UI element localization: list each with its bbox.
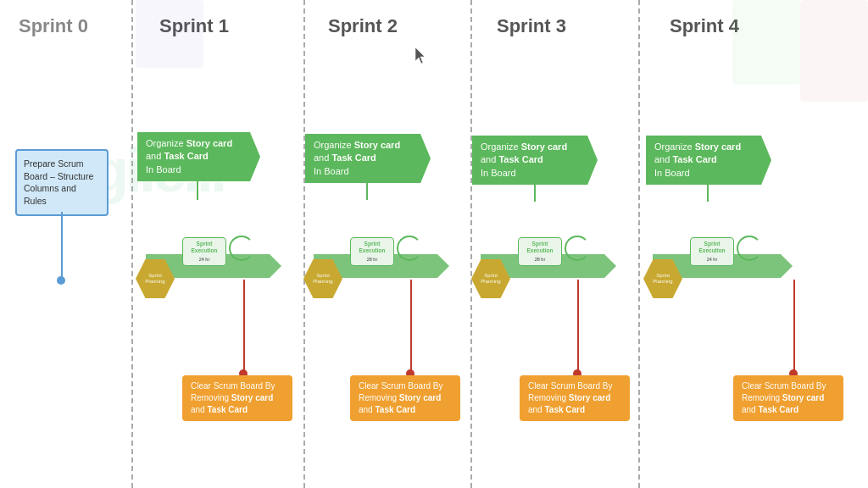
- vline-3: [638, 0, 640, 488]
- sprint-4-header: Sprint 4: [670, 15, 739, 37]
- vline-1: [303, 0, 305, 488]
- prepare-scrum-text: Prepare Scrum Board – Structure Columns …: [24, 158, 93, 206]
- green-vline-top-2: [366, 169, 368, 200]
- organize-label-4: Organize Story cardand Task CardIn Board: [646, 136, 771, 185]
- green-vline-top-3: [534, 171, 536, 202]
- circ-arrow-2: [397, 236, 422, 261]
- svg-marker-0: [415, 47, 425, 64]
- deco-blue: [136, 0, 203, 68]
- circ-arrow-4: [737, 236, 762, 261]
- exec-box-4: SprintExecution 24 hr: [690, 237, 734, 266]
- green-vline-top-4: [707, 171, 709, 202]
- sprint-0-header: Sprint 0: [19, 15, 88, 37]
- red-vline-4: [793, 280, 795, 373]
- circ-arrow-1: [229, 236, 254, 261]
- exec-box-2: SprintExecution 28 hr: [350, 237, 394, 266]
- green-vline-top-1: [197, 168, 198, 200]
- clear-label-4: Clear Scrum Board By Removing Story card…: [733, 375, 843, 421]
- blue-dot: [57, 276, 65, 285]
- blue-vline: [61, 212, 63, 280]
- red-vline-3: [577, 280, 579, 373]
- sprint-2-header: Sprint 2: [328, 15, 398, 37]
- red-vline-1: [243, 280, 245, 373]
- prepare-scrum-box: Prepare Scrum Board – Structure Columns …: [15, 149, 108, 216]
- exec-box-3: SprintExecution 28 hr: [518, 237, 562, 266]
- clear-label-3: Clear Scrum Board By Removing Story card…: [520, 375, 630, 421]
- organize-label-1: Organize Story cardand Task CardIn Board: [137, 132, 260, 181]
- main-canvas: Agile... Sprint 0 Sprint 1 Sprint 2 Spri…: [0, 0, 868, 488]
- red-vline-2: [410, 280, 412, 373]
- deco-red: [800, 0, 868, 102]
- deco-green: [732, 0, 800, 85]
- exec-box-1: SprintExecution 24 hr: [182, 237, 226, 266]
- vline-0: [131, 0, 133, 488]
- circ-arrow-3: [565, 236, 590, 261]
- vline-2: [470, 0, 472, 488]
- cursor: [415, 47, 427, 68]
- clear-label-1: Clear Scrum Board By Removing Story card…: [182, 375, 292, 421]
- clear-label-2: Clear Scrum Board By Removing Story card…: [350, 375, 460, 421]
- sprint-3-header: Sprint 3: [497, 15, 566, 37]
- organize-label-2: Organize Story cardand Task CardIn Board: [305, 134, 431, 183]
